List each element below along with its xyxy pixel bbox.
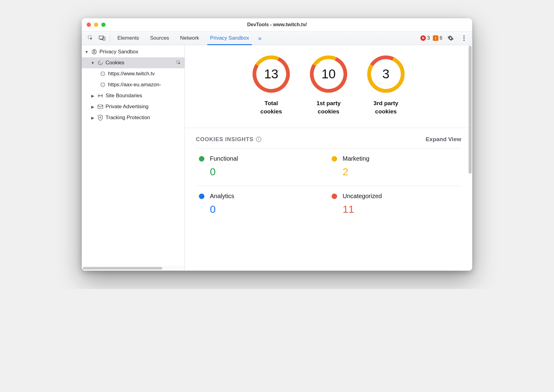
color-swatch — [332, 156, 337, 162]
svg-point-16 — [103, 73, 104, 73]
tab-label: Elements — [117, 35, 139, 41]
more-tabs-button[interactable]: » — [254, 31, 265, 45]
main-panel: 13 Total cookies 10 1st party cookies — [185, 45, 472, 271]
insights-grid: Functional 0 Marketing 2 Analytics — [185, 148, 472, 223]
color-swatch — [199, 194, 204, 199]
main-vertical-scrollbar[interactable] — [469, 46, 472, 270]
insight-label: Analytics — [210, 193, 234, 200]
sidebar-item-tracking-protection[interactable]: ▶ Tracking Protection — [82, 112, 185, 123]
errors-badge[interactable]: ✕ 3 — [420, 35, 430, 41]
window-title: DevTools - www.twitch.tv/ — [82, 22, 472, 27]
insight-analytics[interactable]: Analytics 0 — [196, 186, 329, 223]
insight-label: Uncategorized — [343, 193, 382, 200]
sidebar-item-cookies[interactable]: ▼ Cookies — [82, 57, 185, 68]
sidebar-item-privacy-sandbox[interactable]: ▼ Privacy Sandbox — [82, 46, 185, 57]
ring-chart-total: 13 — [251, 54, 291, 94]
svg-point-10 — [99, 62, 100, 63]
svg-point-18 — [101, 83, 105, 87]
inspect-element-icon[interactable] — [85, 31, 96, 45]
toolbar: Elements Sources Network Privacy Sandbox… — [82, 31, 472, 45]
chevron-down-icon: ▼ — [84, 50, 89, 54]
svg-point-21 — [103, 85, 103, 86]
more-options-button[interactable] — [459, 35, 469, 41]
info-icon[interactable]: i — [256, 137, 261, 142]
mail-icon — [97, 104, 104, 109]
kebab-icon — [463, 35, 465, 41]
insight-uncategorized[interactable]: Uncategorized 11 — [329, 186, 461, 223]
insight-label: Marketing — [343, 155, 369, 162]
card-label: 3rd party cookies — [366, 99, 406, 116]
svg-point-19 — [102, 84, 103, 85]
chevron-right-icon: » — [258, 35, 261, 42]
svg-rect-22 — [98, 105, 103, 109]
sidebar-cookie-origin[interactable]: https://www.twitch.tv — [82, 68, 185, 79]
tab-sources[interactable]: Sources — [145, 31, 174, 45]
chevron-right-icon: ▶ — [90, 116, 95, 120]
sidebar-item-label: Privacy Sandbox — [99, 49, 185, 55]
panel-tabs: Elements Sources Network Privacy Sandbox… — [112, 31, 265, 45]
settings-button[interactable] — [445, 35, 456, 41]
sidebar-cookie-origin[interactable]: https://aax-eu.amazon- — [82, 79, 185, 90]
svg-point-17 — [103, 74, 103, 75]
svg-point-15 — [102, 73, 103, 74]
insights-title-text: COOKIES INSIGHTS — [196, 136, 254, 143]
ring-value: 13 — [251, 54, 291, 94]
card-total-cookies: 13 Total cookies — [251, 54, 291, 116]
warnings-badge[interactable]: ! 6 — [433, 35, 442, 41]
tab-privacy-sandbox[interactable]: Privacy Sandbox — [205, 31, 255, 45]
shield-icon — [97, 115, 104, 121]
sidebar-item-site-boundaries[interactable]: ▶ Site Boundaries — [82, 90, 185, 101]
expand-view-label: Expand View — [426, 136, 461, 142]
insight-value: 11 — [332, 203, 458, 215]
ring-value: 3 — [366, 54, 406, 94]
sidebar-item-private-advertising[interactable]: ▶ Private Advertising — [82, 101, 185, 112]
chevron-right-icon: ▶ — [90, 94, 95, 98]
tab-elements[interactable]: Elements — [112, 31, 145, 45]
svg-point-14 — [101, 72, 105, 76]
sidebar-item-label: https://aax-eu.amazon- — [108, 82, 185, 88]
gear-icon — [448, 35, 454, 41]
insight-value: 2 — [332, 166, 458, 178]
cookie-icon — [99, 71, 106, 77]
insight-value: 0 — [199, 166, 326, 178]
svg-point-8 — [94, 50, 95, 52]
error-icon: ✕ — [420, 35, 426, 41]
cookie-icon — [99, 82, 106, 87]
sidebar-horizontal-scrollbar[interactable] — [82, 266, 185, 271]
svg-point-4 — [463, 35, 465, 37]
device-toolbar-icon[interactable] — [96, 31, 108, 45]
cookie-summary-cards: 13 Total cookies 10 1st party cookies — [185, 45, 472, 128]
svg-point-6 — [463, 40, 465, 41]
insight-functional[interactable]: Functional 0 — [196, 148, 329, 186]
ring-chart-third-party: 3 — [366, 54, 406, 94]
ring-value: 10 — [309, 54, 348, 94]
color-swatch — [199, 156, 204, 162]
svg-point-23 — [100, 117, 101, 118]
ring-chart-first-party: 10 — [309, 54, 348, 94]
svg-point-5 — [463, 37, 465, 39]
tab-network[interactable]: Network — [174, 31, 204, 45]
devtools-window: DevTools - www.twitch.tv/ Elements Sourc… — [82, 18, 472, 271]
svg-rect-2 — [100, 39, 103, 40]
svg-point-11 — [101, 62, 101, 62]
sidebar-item-label: Private Advertising — [106, 104, 185, 110]
insights-header: COOKIES INSIGHTS i Expand View — [185, 128, 472, 148]
warnings-count: 6 — [440, 35, 442, 41]
expand-view-button[interactable]: Expand View — [426, 136, 461, 143]
scrollbar-thumb[interactable] — [83, 267, 162, 269]
insight-marketing[interactable]: Marketing 2 — [329, 148, 461, 186]
card-label: Total cookies — [251, 99, 291, 116]
tab-label: Sources — [150, 35, 169, 41]
sidebar-tree: ▼ Privacy Sandbox ▼ Cookies — [82, 45, 185, 123]
titlebar: DevTools - www.twitch.tv/ — [82, 18, 472, 31]
toolbar-separator — [110, 34, 110, 42]
svg-point-20 — [103, 84, 104, 84]
card-third-party-cookies: 3 3rd party cookies — [366, 54, 406, 116]
scrollbar-thumb[interactable] — [469, 46, 472, 174]
card-first-party-cookies: 10 1st party cookies — [309, 54, 348, 116]
cookie-icon — [97, 60, 104, 66]
color-swatch — [332, 194, 337, 199]
chevron-down-icon: ▼ — [90, 61, 95, 65]
inspect-icon[interactable] — [174, 60, 183, 66]
card-label: 1st party cookies — [309, 99, 348, 116]
